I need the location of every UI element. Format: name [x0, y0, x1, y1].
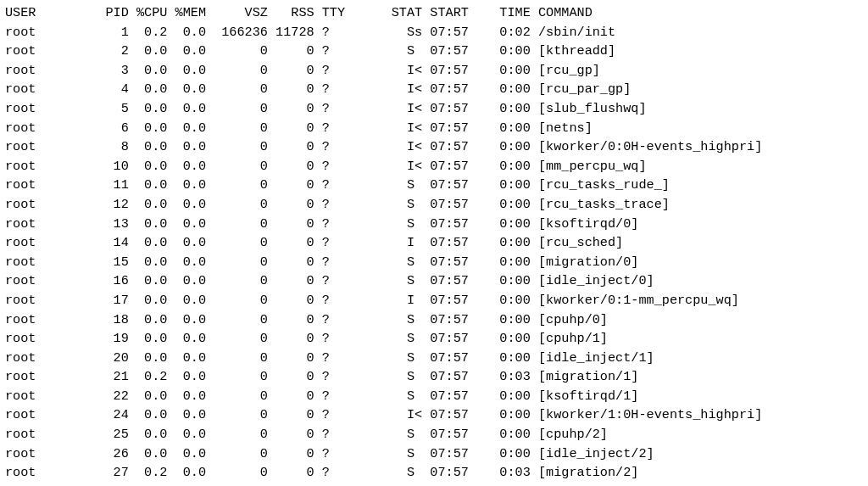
cell-vsz: 0: [206, 407, 268, 422]
cell-mem: 0.0: [167, 197, 206, 212]
cell-rss: 0: [268, 331, 314, 346]
cell-rss: 0: [268, 159, 314, 174]
cell-stat: I<: [353, 120, 422, 136]
cell-pid: 6: [67, 120, 129, 136]
cell-command: [cpuhp/0]: [531, 312, 608, 327]
cell-user: root: [5, 312, 67, 327]
process-row: root 2 0.0 0.0 0 0 ? S 07:57 0:00 [kthre…: [5, 42, 863, 61]
cell-stat: I: [353, 235, 422, 250]
cell-start: 07:57: [422, 120, 476, 136]
cell-command: [idle_inject/1]: [531, 350, 654, 366]
cell-vsz: 0: [206, 427, 268, 442]
process-row: root 1 0.2 0.0 166236 11728 ? Ss 07:57 0…: [5, 23, 863, 42]
cell-rss: 0: [268, 139, 314, 154]
cell-command: [rcu_sched]: [531, 235, 623, 250]
cell-cpu: 0.0: [129, 139, 168, 154]
process-row: root 5 0.0 0.0 0 0 ? I< 07:57 0:00 [slub…: [5, 99, 863, 119]
cell-stat: S: [353, 427, 422, 442]
cell-cpu: 0.0: [129, 293, 168, 308]
cell-tty: ?: [314, 197, 353, 212]
process-row: root 16 0.0 0.0 0 0 ? S 07:57 0:00 [idle…: [5, 271, 863, 291]
cell-vsz: 0: [206, 81, 268, 97]
cell-time: 0:03: [476, 369, 531, 384]
cell-time: 0:00: [476, 216, 531, 232]
cell-vsz: 0: [206, 216, 268, 232]
header-pid: PID: [67, 5, 129, 20]
cell-cpu: 0.0: [129, 101, 168, 116]
cell-rss: 0: [268, 273, 314, 288]
cell-user: root: [5, 101, 67, 116]
cell-rss: 0: [268, 446, 314, 461]
cell-mem: 0.0: [167, 331, 206, 346]
cell-time: 0:00: [476, 254, 531, 270]
process-row: root 4 0.0 0.0 0 0 ? I< 07:57 0:00 [rcu_…: [5, 80, 863, 99]
cell-cpu: 0.0: [129, 273, 168, 288]
cell-time: 0:00: [476, 177, 531, 193]
cell-vsz: 166236: [206, 25, 268, 40]
cell-time: 0:00: [476, 407, 531, 422]
cell-user: root: [5, 63, 67, 78]
cell-command: [kworker/0:1-mm_percpu_wq]: [531, 293, 739, 308]
cell-start: 07:57: [422, 63, 476, 78]
cell-start: 07:57: [422, 43, 476, 59]
cell-command: [migration/2]: [531, 465, 639, 480]
cell-user: root: [5, 120, 67, 136]
process-row: root 24 0.0 0.0 0 0 ? I< 07:57 0:00 [kwo…: [5, 405, 863, 425]
cell-user: root: [5, 43, 67, 59]
cell-tty: ?: [314, 159, 353, 174]
cell-mem: 0.0: [167, 388, 206, 404]
cell-start: 07:57: [422, 465, 476, 480]
cell-rss: 0: [268, 465, 314, 480]
cell-vsz: 0: [206, 139, 268, 154]
cell-time: 0:00: [476, 388, 531, 404]
process-row: root 26 0.0 0.0 0 0 ? S 07:57 0:00 [idle…: [5, 444, 863, 464]
cell-pid: 3: [67, 63, 129, 78]
header-start: START: [422, 5, 476, 20]
cell-mem: 0.0: [167, 63, 206, 78]
cell-command: [rcu_tasks_rude_]: [531, 177, 670, 193]
cell-start: 07:57: [422, 273, 476, 288]
cell-mem: 0.0: [167, 273, 206, 288]
cell-mem: 0.0: [167, 81, 206, 97]
cell-pid: 10: [67, 159, 129, 174]
cell-vsz: 0: [206, 101, 268, 116]
cell-start: 07:57: [422, 331, 476, 346]
cell-time: 0:00: [476, 120, 531, 136]
cell-command: [migration/0]: [531, 254, 639, 270]
process-row: root 3 0.0 0.0 0 0 ? I< 07:57 0:00 [rcu_…: [5, 61, 863, 81]
header-command: COMMAND: [531, 5, 593, 20]
cell-time: 0:00: [476, 312, 531, 327]
cell-user: root: [5, 254, 67, 270]
cell-mem: 0.0: [167, 312, 206, 327]
cell-tty: ?: [314, 254, 353, 270]
cell-mem: 0.0: [167, 427, 206, 442]
cell-stat: S: [353, 197, 422, 212]
cell-cpu: 0.0: [129, 388, 168, 404]
cell-rss: 0: [268, 235, 314, 250]
cell-stat: S: [353, 177, 422, 193]
cell-tty: ?: [314, 369, 353, 384]
cell-stat: S: [353, 388, 422, 404]
cell-cpu: 0.0: [129, 312, 168, 327]
cell-vsz: 0: [206, 388, 268, 404]
cell-vsz: 0: [206, 235, 268, 250]
cell-command: [mm_percpu_wq]: [531, 159, 647, 174]
process-row: root 12 0.0 0.0 0 0 ? S 07:57 0:00 [rcu_…: [5, 195, 863, 215]
terminal-output: USER PID %CPU %MEM VSZ RSS TTY STAT STAR…: [0, 0, 868, 486]
cell-stat: S: [353, 312, 422, 327]
cell-vsz: 0: [206, 159, 268, 174]
cell-rss: 0: [268, 407, 314, 422]
cell-user: root: [5, 427, 67, 442]
cell-mem: 0.0: [167, 350, 206, 366]
process-row: root 25 0.0 0.0 0 0 ? S 07:57 0:00 [cpuh…: [5, 425, 863, 444]
process-row: root 20 0.0 0.0 0 0 ? S 07:57 0:00 [idle…: [5, 349, 863, 368]
cell-start: 07:57: [422, 235, 476, 250]
header-user: USER: [5, 5, 67, 20]
cell-command: [ksoftirqd/0]: [531, 216, 639, 232]
cell-vsz: 0: [206, 63, 268, 78]
cell-cpu: 0.0: [129, 63, 168, 78]
cell-start: 07:57: [422, 446, 476, 461]
header-stat: STAT: [353, 5, 422, 20]
cell-command: [kworker/0:0H-events_highpri]: [531, 139, 762, 154]
cell-command: [netns]: [531, 120, 593, 136]
